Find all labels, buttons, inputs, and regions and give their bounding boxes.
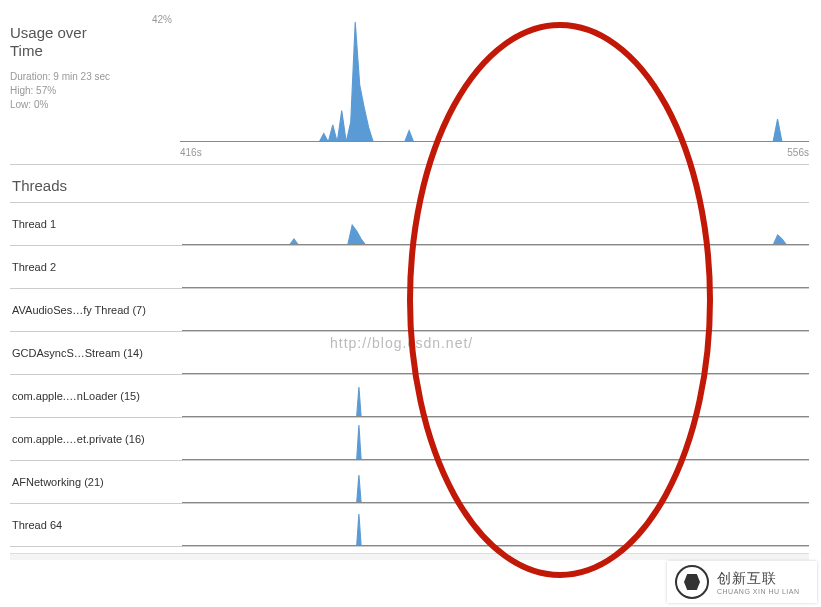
thread-label: GCDAsyncS…Stream (14) bbox=[10, 332, 182, 374]
overview-chart[interactable]: 42% 416s 556s bbox=[180, 10, 809, 160]
thread-label: com.apple.…et.private (16) bbox=[10, 418, 182, 460]
thread-sparkline bbox=[182, 246, 809, 288]
overview-sparkline bbox=[180, 22, 809, 142]
thread-sparkline bbox=[182, 332, 809, 374]
thread-sparkline bbox=[182, 203, 809, 245]
thread-label: Thread 2 bbox=[10, 246, 182, 288]
high-label: High: 57% bbox=[10, 84, 180, 98]
threads-list: Thread 1Thread 2AVAudioSes…fy Thread (7)… bbox=[10, 202, 809, 547]
usage-over-time-panel: Usage over Time Duration: 9 min 23 sec H… bbox=[10, 10, 809, 165]
thread-label: com.apple.…nLoader (15) bbox=[10, 375, 182, 417]
y-axis-max: 42% bbox=[152, 14, 172, 25]
low-label: Low: 0% bbox=[10, 98, 180, 112]
x-axis-end: 556s bbox=[787, 147, 809, 158]
svg-marker-0 bbox=[180, 22, 809, 142]
threads-footer-spacer bbox=[10, 553, 809, 560]
panel-meta: Duration: 9 min 23 sec High: 57% Low: 0% bbox=[10, 70, 180, 112]
thread-label: Thread 64 bbox=[10, 504, 182, 546]
thread-sparkline bbox=[182, 289, 809, 331]
x-axis-line bbox=[180, 141, 809, 142]
thread-sparkline bbox=[182, 375, 809, 417]
thread-row[interactable]: AFNetworking (21) bbox=[10, 461, 809, 504]
brand-logo: 创新互联 CHUANG XIN HU LIAN bbox=[667, 561, 817, 603]
x-axis-start: 416s bbox=[180, 147, 202, 158]
thread-label: AVAudioSes…fy Thread (7) bbox=[10, 289, 182, 331]
brand-logo-en: CHUANG XIN HU LIAN bbox=[717, 588, 800, 595]
usage-sidebar: Usage over Time Duration: 9 min 23 sec H… bbox=[10, 10, 180, 160]
thread-sparkline bbox=[182, 504, 809, 546]
panel-title: Usage over Time bbox=[10, 24, 180, 60]
brand-logo-cn: 创新互联 bbox=[717, 570, 800, 588]
svg-marker-8 bbox=[182, 514, 809, 546]
svg-marker-6 bbox=[182, 425, 809, 460]
thread-label: Thread 1 bbox=[10, 203, 182, 245]
thread-row[interactable]: Thread 2 bbox=[10, 246, 809, 289]
duration-label: Duration: 9 min 23 sec bbox=[10, 70, 180, 84]
svg-marker-1 bbox=[182, 225, 809, 245]
brand-logo-icon bbox=[675, 565, 709, 599]
thread-sparkline bbox=[182, 418, 809, 460]
threads-header: Threads bbox=[10, 165, 809, 202]
watermark-text: http://blog.csdn.net/ bbox=[330, 335, 473, 351]
svg-marker-7 bbox=[182, 475, 809, 503]
thread-sparkline bbox=[182, 461, 809, 503]
thread-label: AFNetworking (21) bbox=[10, 461, 182, 503]
thread-row[interactable]: com.apple.…nLoader (15) bbox=[10, 375, 809, 418]
svg-marker-5 bbox=[182, 387, 809, 417]
thread-row[interactable]: com.apple.…et.private (16) bbox=[10, 418, 809, 461]
thread-row[interactable]: Thread 1 bbox=[10, 202, 809, 246]
thread-row[interactable]: AVAudioSes…fy Thread (7) bbox=[10, 289, 809, 332]
thread-row[interactable]: Thread 64 bbox=[10, 504, 809, 547]
